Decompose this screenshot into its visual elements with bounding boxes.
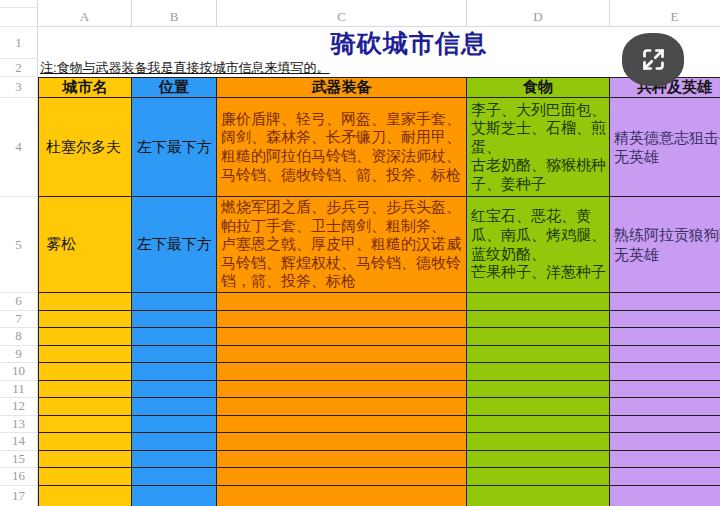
- empty-cell[interactable]: [217, 363, 467, 381]
- empty-cell[interactable]: [610, 416, 720, 434]
- cell-food[interactable]: 红宝石、恶花、黄瓜、南瓜、烤鸡腿、蓝纹奶酪、 芒果种子、洋葱种子: [467, 197, 610, 293]
- empty-cell[interactable]: [217, 433, 467, 451]
- empty-cell[interactable]: [467, 451, 610, 469]
- empty-cell[interactable]: [217, 451, 467, 469]
- row-number[interactable]: 11: [0, 381, 38, 399]
- empty-cell[interactable]: [610, 328, 720, 346]
- empty-cell[interactable]: [132, 398, 217, 416]
- select-all-corner[interactable]: [0, 8, 38, 27]
- row-number[interactable]: 10: [0, 363, 38, 381]
- row-number[interactable]: 12: [0, 398, 38, 416]
- empty-cell[interactable]: [610, 363, 720, 381]
- row-number[interactable]: 13: [0, 416, 38, 434]
- empty-cell[interactable]: [610, 293, 720, 311]
- empty-cell[interactable]: [217, 468, 467, 486]
- row-number[interactable]: 8: [0, 328, 38, 346]
- empty-cell[interactable]: [467, 328, 610, 346]
- empty-cell[interactable]: [217, 328, 467, 346]
- empty-cell[interactable]: [467, 416, 610, 434]
- empty-cell[interactable]: [467, 363, 610, 381]
- row-number[interactable]: 17: [0, 486, 38, 506]
- empty-cell[interactable]: [467, 486, 610, 506]
- header-weapons[interactable]: 武器装备: [217, 77, 467, 98]
- empty-cell[interactable]: [38, 311, 132, 329]
- empty-cell[interactable]: [610, 346, 720, 364]
- empty-cell[interactable]: [467, 381, 610, 399]
- empty-cell[interactable]: [132, 381, 217, 399]
- empty-cell[interactable]: [132, 416, 217, 434]
- empty-cell[interactable]: [217, 398, 467, 416]
- header-location[interactable]: 位置: [132, 77, 217, 98]
- expand-button[interactable]: [622, 33, 684, 86]
- row-number[interactable]: 3: [0, 77, 38, 98]
- empty-cell[interactable]: [132, 486, 217, 506]
- empty-cell[interactable]: [38, 328, 132, 346]
- empty-cell[interactable]: [610, 468, 720, 486]
- empty-cell[interactable]: [217, 416, 467, 434]
- empty-cell[interactable]: [38, 433, 132, 451]
- gutter-corner[interactable]: [0, 0, 38, 8]
- cell-troops[interactable]: 熟练阿拉贡狼狗骑 无英雄: [610, 197, 720, 293]
- row-number[interactable]: 1: [0, 27, 38, 59]
- row-number[interactable]: 15: [0, 451, 38, 469]
- empty-cell[interactable]: [132, 293, 217, 311]
- empty-cell[interactable]: [38, 468, 132, 486]
- cell-troops[interactable]: 精英德意志狙击手 无英雄: [610, 98, 720, 197]
- empty-cell[interactable]: [467, 311, 610, 329]
- empty-cell[interactable]: [467, 433, 610, 451]
- empty-cell[interactable]: [610, 433, 720, 451]
- empty-cell[interactable]: [38, 486, 132, 506]
- note-cell[interactable]: 注:食物与武器装备我是直接按城市信息来填写的。: [38, 59, 720, 77]
- empty-cell[interactable]: [132, 468, 217, 486]
- empty-cell[interactable]: [38, 451, 132, 469]
- empty-cell[interactable]: [217, 311, 467, 329]
- empty-cell[interactable]: [610, 451, 720, 469]
- empty-cell[interactable]: [467, 293, 610, 311]
- row-number[interactable]: 9: [0, 346, 38, 364]
- column-header-a[interactable]: A: [38, 8, 132, 27]
- empty-cell[interactable]: [217, 486, 467, 506]
- empty-cell[interactable]: [610, 398, 720, 416]
- cell-city[interactable]: 雾松: [38, 197, 132, 293]
- empty-cell[interactable]: [610, 381, 720, 399]
- empty-cell[interactable]: [38, 416, 132, 434]
- row-number[interactable]: 14: [0, 433, 38, 451]
- row-number[interactable]: 5: [0, 197, 38, 293]
- empty-cell[interactable]: [132, 346, 217, 364]
- empty-cell[interactable]: [38, 346, 132, 364]
- empty-cell[interactable]: [132, 451, 217, 469]
- empty-cell[interactable]: [38, 363, 132, 381]
- cell-location[interactable]: 左下最下方: [132, 197, 217, 293]
- title-cell[interactable]: 骑砍城市信息: [38, 27, 720, 59]
- empty-cell[interactable]: [38, 398, 132, 416]
- header-food[interactable]: 食物: [467, 77, 610, 98]
- empty-cell[interactable]: [132, 433, 217, 451]
- row-number[interactable]: 4: [0, 98, 38, 197]
- column-header-d[interactable]: D: [467, 8, 610, 27]
- empty-cell[interactable]: [132, 328, 217, 346]
- row-number[interactable]: 7: [0, 311, 38, 329]
- header-city[interactable]: 城市名: [38, 77, 132, 98]
- empty-cell[interactable]: [217, 381, 467, 399]
- empty-cell[interactable]: [467, 468, 610, 486]
- cell-weapons[interactable]: 燃烧军团之盾、步兵弓、步兵头盔、帕拉丁手套、卫士阔剑、粗制斧、 卢塞恩之戟、厚皮…: [217, 197, 467, 293]
- empty-cell[interactable]: [217, 346, 467, 364]
- column-header-e[interactable]: E: [610, 8, 720, 27]
- empty-cell[interactable]: [132, 363, 217, 381]
- empty-cell[interactable]: [217, 293, 467, 311]
- column-header-b[interactable]: B: [132, 8, 217, 27]
- empty-cell[interactable]: [467, 398, 610, 416]
- empty-cell[interactable]: [467, 346, 610, 364]
- cell-location[interactable]: 左下最下方: [132, 98, 217, 197]
- cell-weapons[interactable]: 廉价盾牌、轻弓、网盔、皇家手套、阔剑、森林斧、长矛镰刀、耐用甲、 粗糙的阿拉伯马…: [217, 98, 467, 197]
- column-header-c[interactable]: C: [217, 8, 467, 27]
- row-number[interactable]: 2: [0, 59, 38, 77]
- cell-food[interactable]: 李子、大列巴面包、艾斯芝士、石榴、煎蛋、 古老奶酪、猕猴桃种子、姜种子: [467, 98, 610, 197]
- empty-cell[interactable]: [38, 381, 132, 399]
- empty-cell[interactable]: [38, 293, 132, 311]
- row-number[interactable]: 16: [0, 468, 38, 486]
- empty-cell[interactable]: [610, 311, 720, 329]
- empty-cell[interactable]: [610, 486, 720, 506]
- empty-cell[interactable]: [132, 311, 217, 329]
- cell-city[interactable]: 杜塞尔多夫: [38, 98, 132, 197]
